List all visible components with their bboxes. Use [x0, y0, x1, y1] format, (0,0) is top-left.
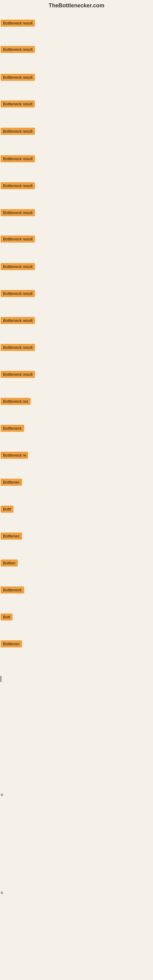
- bottleneck-result-8[interactable]: Bottleneck result: [1, 209, 35, 218]
- bottleneck-result-14[interactable]: Bottleneck result: [1, 371, 35, 379]
- bottleneck-label-19: Bottl: [1, 506, 13, 513]
- bottleneck-label-22: Bottleneck: [1, 587, 24, 593]
- bottleneck-result-10[interactable]: Bottleneck result: [1, 263, 35, 271]
- site-title: TheBottlenecker.com: [0, 0, 153, 11]
- bottleneck-result-24[interactable]: Bottlenec: [1, 640, 22, 649]
- small-item-1: ≡: [1, 890, 3, 895]
- bottleneck-label-24: Bottlenec: [1, 640, 22, 648]
- bottleneck-label-13: Bottleneck result: [1, 344, 35, 351]
- bottleneck-result-1[interactable]: Bottleneck result: [1, 20, 35, 28]
- bottleneck-result-13[interactable]: Bottleneck result: [1, 344, 35, 352]
- bottleneck-result-18[interactable]: Bottlenec: [1, 479, 22, 487]
- bottleneck-label-8: Bottleneck result: [1, 209, 35, 216]
- bottleneck-label-16: Bottleneck: [1, 425, 24, 432]
- bottleneck-result-3[interactable]: Bottleneck result: [1, 74, 35, 82]
- bottleneck-result-2[interactable]: Bottleneck result: [1, 46, 35, 54]
- bottleneck-label-21: Bottlen: [1, 560, 18, 566]
- bottleneck-label-3: Bottleneck result: [1, 74, 35, 81]
- bottleneck-label-23: Bott: [1, 613, 13, 620]
- bottleneck-result-12[interactable]: Bottleneck result: [1, 317, 35, 325]
- bottleneck-label-4: Bottleneck result: [1, 100, 35, 108]
- bottleneck-result-15[interactable]: Bottleneck res: [1, 398, 30, 406]
- bottleneck-result-17[interactable]: Bottleneck re: [1, 452, 28, 460]
- bottleneck-label-15: Bottleneck res: [1, 398, 30, 405]
- bottleneck-label-5: Bottleneck result: [1, 128, 35, 135]
- bottleneck-label-9: Bottleneck result: [1, 235, 35, 243]
- bottleneck-result-19[interactable]: Bottl: [1, 506, 13, 514]
- bottleneck-label-2: Bottleneck result: [1, 46, 35, 53]
- bottleneck-label-12: Bottleneck result: [1, 317, 35, 324]
- bottleneck-label-14: Bottleneck result: [1, 371, 35, 378]
- bottleneck-result-6[interactable]: Bottleneck result: [1, 155, 35, 164]
- bottleneck-result-4[interactable]: Bottleneck result: [1, 100, 35, 109]
- bottleneck-result-23[interactable]: Bott: [1, 613, 13, 622]
- bottleneck-result-20[interactable]: Bottlenec: [1, 533, 22, 541]
- bottleneck-result-16[interactable]: Bottleneck: [1, 425, 24, 433]
- bottleneck-label-18: Bottlenec: [1, 479, 22, 486]
- bottleneck-result-9[interactable]: Bottleneck result: [1, 235, 35, 244]
- bottleneck-label-7: Bottleneck result: [1, 182, 35, 189]
- bottleneck-result-11[interactable]: Bottleneck result: [1, 290, 35, 298]
- bottleneck-result-21[interactable]: Bottlen: [1, 560, 18, 568]
- bottleneck-result-5[interactable]: Bottleneck result: [1, 128, 35, 136]
- bottleneck-label-11: Bottleneck result: [1, 290, 35, 297]
- bottleneck-label-17: Bottleneck re: [1, 452, 28, 459]
- bottleneck-result-22[interactable]: Bottleneck: [1, 587, 24, 595]
- bottleneck-result-7[interactable]: Bottleneck result: [1, 182, 35, 191]
- text-cursor: [1, 676, 1, 682]
- small-item-0: ≡: [1, 792, 3, 797]
- bottleneck-label-20: Bottlenec: [1, 533, 22, 539]
- bottleneck-label-6: Bottleneck result: [1, 155, 35, 162]
- bottleneck-label-1: Bottleneck result: [1, 20, 35, 27]
- bottleneck-label-10: Bottleneck result: [1, 263, 35, 270]
